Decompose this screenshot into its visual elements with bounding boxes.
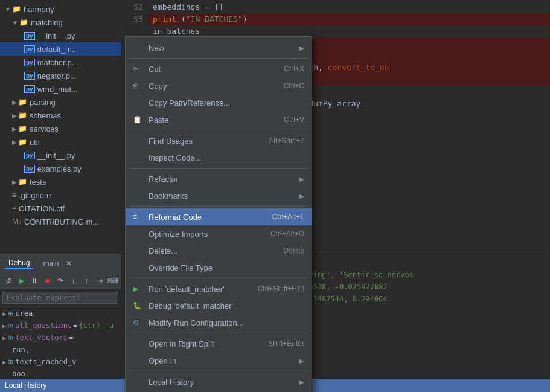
var-text: boo xyxy=(12,370,25,378)
tree-item-services[interactable]: ▶ 📁 services xyxy=(0,122,121,135)
tree-item-init[interactable]: py __init__.py xyxy=(0,29,121,42)
step-into-btn[interactable]: ↓ xyxy=(68,274,80,288)
menu-item-cut[interactable]: ✂ Cut Ctrl+X xyxy=(126,60,312,77)
menu-item-inspect-code[interactable]: Inspect Code... xyxy=(126,149,312,166)
evaluate-btn[interactable]: ⌨ xyxy=(107,274,119,288)
tree-item-contributing[interactable]: M↓ CONTRIBUTING.m... xyxy=(0,215,121,228)
var-name: all_questions xyxy=(15,321,72,330)
menu-item-copy[interactable]: ⎘ Copy Ctrl+C xyxy=(126,77,312,94)
tree-item-default-matcher[interactable]: py default_m... xyxy=(0,42,121,56)
shortcut-text: Ctrl+Alt+L xyxy=(272,213,304,221)
menu-item-delete[interactable]: Delete... Delete xyxy=(126,242,312,259)
eval-input[interactable] xyxy=(2,292,118,304)
pause-btn[interactable]: ⏸ xyxy=(28,274,40,288)
menu-label: Reformat Code xyxy=(149,213,272,222)
var-item-texts-cached[interactable]: ▶ ⊞ texts_cached_v xyxy=(0,356,121,368)
paste-icon: 📋 xyxy=(133,115,145,124)
submenu-arrow xyxy=(299,191,304,200)
folder-icon: 📁 xyxy=(18,138,27,146)
tree-label: schemas xyxy=(30,111,61,120)
menu-item-local-history[interactable]: Local History xyxy=(126,373,312,390)
expand-arrow: ▼ xyxy=(5,6,11,13)
file-icon: ≡ xyxy=(12,191,16,199)
tree-item-matching[interactable]: ▼ 📁 matching xyxy=(0,16,121,29)
var-item-text-vectors[interactable]: ▶ ⊞ text_vectors = xyxy=(0,332,121,344)
tree-label: __init__.py xyxy=(37,31,75,40)
expand-arrow: ▼ xyxy=(12,19,18,26)
menu-item-run[interactable]: ▶ Run 'default_matcher' Ctrl+Shift+F10 xyxy=(126,280,312,297)
menu-item-refactor[interactable]: Refactor xyxy=(126,170,312,187)
var-item-boo[interactable]: boo xyxy=(0,368,121,380)
tree-item-harmony[interactable]: ▼ 📁 harmony xyxy=(0,2,121,16)
restart-btn[interactable]: ↺ xyxy=(2,274,14,288)
debug-icon: 🐛 xyxy=(133,301,145,310)
menu-label: Override File Type xyxy=(149,263,304,272)
var-val: {str} 'a xyxy=(78,321,114,330)
menu-item-override-file-type[interactable]: Override File Type xyxy=(126,259,312,276)
var-icon: ⊞ xyxy=(8,333,13,342)
folder-icon: 📁 xyxy=(12,5,21,13)
tree-label: default_m... xyxy=(37,45,78,54)
step-over-btn[interactable]: ↷ xyxy=(54,274,66,288)
run-cursor-btn[interactable]: ⇥ xyxy=(94,274,106,288)
var-expand-arrow: ▶ xyxy=(2,359,6,365)
tree-item-util[interactable]: ▶ 📁 util xyxy=(0,135,121,149)
menu-item-copy-path[interactable]: Copy Path/Reference... xyxy=(126,94,312,111)
tree-label: __init__.py xyxy=(37,151,75,160)
collapse-arrow: ▶ xyxy=(12,139,17,146)
var-eq: = xyxy=(69,333,73,342)
var-item-matc1[interactable]: ▶ ⊞ all_questions = {str} 'a xyxy=(0,320,121,332)
tree-item-parsing[interactable]: ▶ 📁 parsing xyxy=(0,95,121,109)
tab-close[interactable]: ✕ xyxy=(66,259,72,268)
py-icon: py xyxy=(24,85,35,93)
resume-btn[interactable]: ▶ xyxy=(16,274,28,288)
py-icon: py xyxy=(24,45,35,53)
tree-item-examples[interactable]: py examples.py xyxy=(0,162,121,175)
tree-item-schemas[interactable]: ▶ 📁 schemas xyxy=(0,109,121,122)
var-expand-arrow: ▶ xyxy=(2,310,6,317)
menu-item-reformat-code[interactable]: ≡ Reformat Code Ctrl+Alt+L xyxy=(126,208,312,225)
folder-icon: 📁 xyxy=(18,111,27,120)
menu-item-find-usages[interactable]: Find Usages Alt+Shift+7 xyxy=(126,132,312,149)
tree-item-tests[interactable]: ▶ 📁 tests xyxy=(0,175,121,188)
menu-item-optimize-imports[interactable]: Optimize Imports Ctrl+Alt+O xyxy=(126,225,312,242)
tree-item-citation[interactable]: ≡ CITATION.cff xyxy=(0,202,121,215)
tree-label: wmd_mat... xyxy=(37,85,78,94)
file-tree: ▼ 📁 harmony ▼ 📁 matching py __init__.py … xyxy=(0,0,121,254)
collapse-arrow: ▶ xyxy=(12,112,17,119)
menu-item-paste[interactable]: 📋 Paste Ctrl+V xyxy=(126,111,312,128)
tree-item-wmd[interactable]: py wmd_mat... xyxy=(0,82,121,95)
main-tab[interactable]: main xyxy=(43,259,59,268)
menu-label: Cut xyxy=(149,65,284,74)
menu-item-open-right-split[interactable]: Open in Right Split Shift+Enter xyxy=(126,335,312,352)
menu-item-open-in[interactable]: Open In xyxy=(126,352,312,369)
folder-icon: 📁 xyxy=(18,124,27,133)
tree-item-matcher[interactable]: py matcher.p... xyxy=(0,56,121,69)
menu-item-new[interactable]: New xyxy=(126,39,312,56)
menu-item-modify-run[interactable]: ⚙ Modify Run Configuration... xyxy=(126,314,312,331)
var-icon: ⊞ xyxy=(8,321,13,330)
menu-label: Inspect Code... xyxy=(149,153,304,162)
modify-run-icon: ⚙ xyxy=(133,318,145,327)
tree-item-gitignore[interactable]: ≡ .gitignore xyxy=(0,188,121,202)
tree-label: negator.p... xyxy=(37,71,77,80)
var-eq: = xyxy=(73,321,77,330)
cut-icon: ✂ xyxy=(133,65,145,73)
var-item-run[interactable]: run, xyxy=(0,344,121,356)
tree-item-util-init[interactable]: py __init__.py xyxy=(0,149,121,162)
var-expand-arrow: ▶ xyxy=(2,335,6,341)
menu-item-bookmarks[interactable]: Bookmarks xyxy=(126,187,312,204)
collapse-arrow: ▶ xyxy=(12,99,17,106)
debug-toolbar: ↺ ▶ ⏸ ■ ↷ ↓ ↑ ⇥ ⌨ xyxy=(0,272,121,289)
var-item-create[interactable]: ▶ ⊞ crea xyxy=(0,307,121,320)
step-out-btn[interactable]: ↑ xyxy=(80,274,92,288)
menu-item-debug[interactable]: 🐛 Debug 'default_matcher' xyxy=(126,297,312,314)
var-text: crea xyxy=(15,309,33,318)
debug-tab[interactable]: Debug xyxy=(5,257,33,269)
menu-divider xyxy=(129,168,308,169)
var-text: run, xyxy=(12,345,30,354)
stop-btn[interactable]: ■ xyxy=(42,274,54,288)
menu-divider xyxy=(129,278,308,278)
debug-header: Debug main ✕ xyxy=(0,254,121,272)
tree-item-negator[interactable]: py negator.p... xyxy=(0,69,121,82)
